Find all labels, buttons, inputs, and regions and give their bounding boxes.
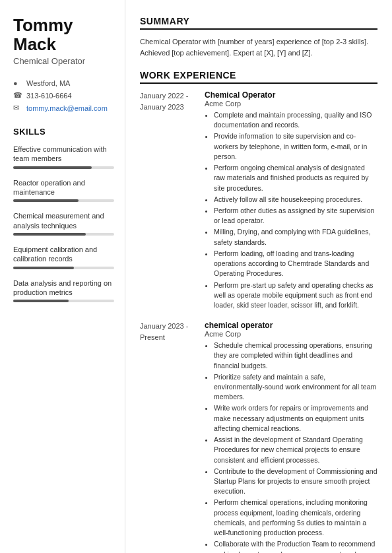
skill-bar-fill: [13, 233, 86, 236]
candidate-title: Chemical Operator: [13, 56, 114, 66]
skill-bar-bg: [13, 267, 114, 269]
job-bullet: Complete and maintain processing, qualit…: [214, 110, 377, 130]
phone-text: 313-610-6664: [26, 92, 72, 100]
summary-section: SUMMARY Chemical Operator with [number o…: [140, 16, 377, 58]
job-bullets-list: Complete and maintain processing, qualit…: [205, 110, 377, 310]
work-experience-section: WORK EXPERIENCE January 2022 - January 2…: [140, 70, 377, 553]
job-header: January 2023 - Present chemical operator…: [140, 321, 377, 553]
skill-bar-fill: [13, 267, 74, 269]
job-date-start: January 2023 -: [140, 322, 188, 330]
job-company: Acme Corp: [205, 330, 377, 338]
job-bullet: Assist in the development of Standard Op…: [214, 435, 377, 465]
job-bullet: Perform chemical operations, including m…: [214, 498, 377, 538]
email-icon: ✉: [13, 104, 22, 112]
job-bullet: Milling, Drying, and complying with FDA …: [214, 227, 377, 247]
location-text: Westford, MA: [26, 79, 70, 87]
job-date-start: January 2022 -: [140, 92, 188, 100]
skill-item: Reactor operation and maintenance: [13, 178, 114, 203]
contact-email: ✉ tommy.mack@email.com: [13, 104, 114, 112]
job-block: January 2023 - Present chemical operator…: [140, 321, 377, 553]
job-bullet: Write work orders for repairs or improve…: [214, 403, 377, 434]
location-icon: ●: [13, 79, 22, 87]
job-bullet: Contribute to the development of Commiss…: [214, 467, 377, 497]
skill-bar-fill: [13, 199, 79, 202]
skill-bar-bg: [13, 300, 114, 302]
job-bullet: Collaborate with the Production Team to …: [214, 539, 377, 553]
skill-bar-bg: [13, 233, 114, 236]
main-content: SUMMARY Chemical Operator with [number o…: [125, 0, 392, 553]
skill-item: Data analysis and reporting on productio…: [13, 278, 114, 303]
job-info: Chemical Operator Acme Corp Complete and…: [205, 90, 377, 311]
contact-phone: ☎ 313-610-6664: [13, 91, 114, 100]
skill-item: Chemical measurement and analysis techni…: [13, 211, 114, 236]
job-bullet: Perform loading, off loading and trans-l…: [214, 249, 377, 279]
job-dates: January 2023 - Present: [140, 321, 205, 553]
job-bullet: Actively follow all site housekeeping pr…: [214, 195, 377, 205]
job-bullet: Perform pre-start up safety and operatin…: [214, 280, 377, 311]
skill-label: Effective communication with team member…: [13, 145, 114, 164]
job-role: Chemical Operator: [205, 90, 377, 100]
summary-heading: SUMMARY: [140, 16, 377, 30]
skill-item: Equipment calibration and calibration re…: [13, 245, 114, 269]
work-experience-heading: WORK EXPERIENCE: [140, 70, 377, 84]
job-bullets-list: Schedule chemical processing operations,…: [205, 341, 377, 553]
skill-bar-fill: [13, 300, 69, 302]
job-company: Acme Corp: [205, 100, 377, 108]
job-bullet: Schedule chemical processing operations,…: [214, 341, 377, 371]
candidate-name: Tommy Mack: [13, 16, 114, 53]
skill-label: Data analysis and reporting on productio…: [13, 278, 114, 298]
skill-label: Chemical measurement and analysis techni…: [13, 211, 114, 230]
skills-list: Effective communication with team member…: [13, 145, 114, 302]
skill-item: Effective communication with team member…: [13, 145, 114, 169]
email-link[interactable]: tommy.mack@email.com: [26, 104, 108, 112]
job-header: January 2022 - January 2023 Chemical Ope…: [140, 90, 377, 311]
sidebar: Tommy Mack Chemical Operator ● Westford,…: [0, 0, 125, 553]
job-bullet: Provide information to site supervision …: [214, 131, 377, 162]
jobs-list: January 2022 - January 2023 Chemical Ope…: [140, 90, 377, 553]
job-dates: January 2022 - January 2023: [140, 90, 205, 311]
job-date-end: January 2023: [140, 103, 184, 111]
job-bullet: Prioritize safety and maintain a safe, e…: [214, 372, 377, 403]
job-date-end: Present: [140, 333, 165, 341]
job-block: January 2022 - January 2023 Chemical Ope…: [140, 90, 377, 311]
skill-bar-fill: [13, 166, 92, 169]
phone-icon: ☎: [13, 91, 22, 100]
skill-bar-bg: [13, 166, 114, 169]
skill-label: Reactor operation and maintenance: [13, 178, 114, 197]
summary-text: Chemical Operator with [number of years]…: [140, 36, 377, 58]
job-bullet: Perform other duties as assigned by site…: [214, 206, 377, 226]
job-info: chemical operator Acme Corp Schedule che…: [205, 321, 377, 553]
job-role: chemical operator: [205, 321, 377, 330]
skills-heading: SKILLS: [13, 127, 114, 137]
resume-container: Tommy Mack Chemical Operator ● Westford,…: [0, 0, 392, 553]
skill-bar-bg: [13, 199, 114, 202]
skill-label: Equipment calibration and calibration re…: [13, 245, 114, 264]
job-bullet: Perform ongoing chemical analysis of des…: [214, 163, 377, 193]
contact-location: ● Westford, MA: [13, 79, 114, 87]
